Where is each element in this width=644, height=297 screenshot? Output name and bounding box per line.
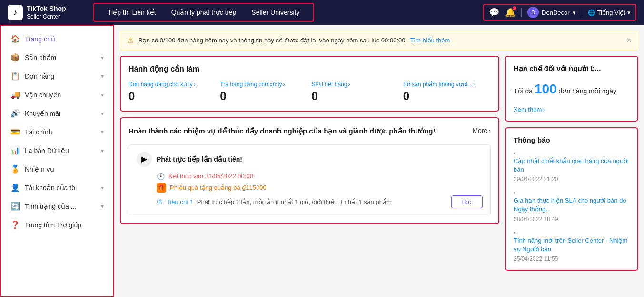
chevron-down-icon: ▾ bbox=[101, 110, 104, 117]
notification-item-2: • Gia hạn thực hiện SLA cho người bán do… bbox=[514, 189, 630, 222]
top-navigation: ♪ TikTok Shop Seller Center Tiếp thị Liê… bbox=[0, 0, 644, 25]
logo-text: TikTok Shop Seller Center bbox=[27, 4, 66, 20]
notification-date-1: 29/04/2022 21:20 bbox=[514, 176, 558, 183]
stat-returns: Trả hàng đang chờ xử lý › 0 bbox=[220, 81, 307, 103]
sidebar-item-account[interactable]: 👤 Tài khoản của tôi ▾ bbox=[1, 178, 113, 197]
stat-value-products: 0 bbox=[403, 90, 491, 103]
home-icon: 🏠 bbox=[10, 34, 20, 43]
chevron-down-icon: ▾ bbox=[101, 54, 104, 61]
bullet-icon: • bbox=[514, 189, 516, 196]
stat-label-pending[interactable]: Đơn hàng đang chờ xử lý › bbox=[129, 81, 216, 88]
notification-item-3: • Tính năng mới trên Seller Center - Nhi… bbox=[514, 229, 630, 262]
criteria-row: ② Tiêu chí 1 Phát trực tiếp 1 lần, mỗi l… bbox=[157, 195, 483, 208]
help-icon: ❓ bbox=[10, 220, 20, 229]
actions-title: Hành động cần làm bbox=[129, 64, 491, 73]
alert-learn-more-link[interactable]: Tìm hiểu thêm bbox=[410, 37, 450, 44]
main-content: ⚠ Bạn có 0/100 đơn hàng hôm nay và thông… bbox=[114, 25, 644, 297]
mission-item-header: ▶ Phát trực tiếp lần đầu tiên! bbox=[137, 152, 483, 167]
shipping-icon: 🚚 bbox=[10, 90, 20, 99]
finance-icon: 💳 bbox=[10, 127, 20, 136]
user-chevron-icon: ▾ bbox=[573, 9, 576, 16]
stat-value-pending: 0 bbox=[129, 90, 216, 103]
see-more-link[interactable]: Xem thêm › bbox=[514, 106, 630, 113]
sidebar-item-orders[interactable]: 📋 Đơn hàng ▾ bbox=[1, 67, 113, 85]
notifications-list: • Cập nhật chiết khấu giao hàng của ngườ… bbox=[514, 150, 630, 262]
livestream-icon: ▶ bbox=[137, 152, 152, 167]
mission-card: Hoàn thành các nhiệm vụ để thúc đẩy doan… bbox=[120, 117, 499, 224]
alert-banner: ⚠ Bạn có 0/100 đơn hàng hôm nay và thông… bbox=[120, 31, 638, 50]
lang-chevron-icon: ▾ bbox=[627, 9, 631, 16]
sidebar-item-data-dashboard[interactable]: 📊 La bàn Dữ liệu ▾ bbox=[1, 141, 113, 160]
stat-label-products[interactable]: Số sản phẩm không vượt... › bbox=[403, 81, 491, 88]
sidebar-label-help: Trung tâm Trợ giúp bbox=[25, 221, 104, 229]
sidebar-item-promotions[interactable]: 🔊 Khuyến mãi ▾ bbox=[1, 104, 113, 123]
alert-warning-icon: ⚠ bbox=[127, 36, 134, 45]
stat-value-sku: 0 bbox=[312, 90, 399, 103]
data-icon: 📊 bbox=[10, 146, 20, 155]
sidebar-item-finance[interactable]: 💳 Tài chính ▾ bbox=[1, 123, 113, 141]
sidebar-label-account: Tài khoản của tôi bbox=[25, 184, 96, 192]
reward-row: 🎁 Phiếu quà tặng quảng bá ₫115000 bbox=[157, 183, 483, 193]
chevron-down-icon: ▾ bbox=[101, 147, 104, 154]
sidebar-label-promotions: Khuyến mãi bbox=[25, 110, 96, 117]
stat-pending-orders: Đơn hàng đang chờ xử lý › 0 bbox=[129, 81, 216, 103]
notification-link-2[interactable]: Gia hạn thực hiện SLA cho người bán do N… bbox=[514, 196, 630, 214]
chevron-down-icon: ▾ bbox=[101, 92, 104, 98]
sidebar-label-orders: Đơn hàng bbox=[25, 72, 96, 80]
nav-seller-university[interactable]: Seller University bbox=[244, 6, 307, 19]
more-link[interactable]: More › bbox=[472, 127, 491, 134]
sidebar-item-help[interactable]: ❓ Trung tâm Trợ giúp bbox=[1, 215, 113, 234]
nav-divider-1 bbox=[521, 8, 522, 17]
notification-badge bbox=[513, 6, 516, 10]
main-layout: 🏠 Trang chủ 📦 Sản phẩm ▾ 📋 Đơn hàng ▾ 🚚 … bbox=[0, 25, 644, 297]
chevron-down-icon: ▾ bbox=[101, 73, 104, 80]
right-column: Hạn chế đối với người b... Tối đa 100 đơ… bbox=[505, 56, 638, 271]
notification-link-3[interactable]: Tính năng mới trên Seller Center - Nhiệm… bbox=[514, 236, 630, 254]
language-button[interactable]: 🌐 Tiếng Việt ▾ bbox=[588, 9, 631, 16]
limit-card: Hạn chế đối với người b... Tối đa 100 đơ… bbox=[505, 56, 638, 122]
user-avatar: D bbox=[527, 7, 539, 18]
nav-menu: Tiếp thị Liên kết Quản lý phát trực tiếp… bbox=[93, 3, 314, 22]
sidebar-item-status[interactable]: 🔄 Tình trạng của ... ▾ bbox=[1, 197, 113, 215]
notifications-title: Thông báo bbox=[514, 136, 630, 144]
reward-text: Phiếu quà tặng quảng bá ₫115000 bbox=[170, 184, 267, 191]
nav-divider-2 bbox=[582, 8, 582, 17]
learn-button[interactable]: Học bbox=[451, 195, 483, 208]
chevron-right-icon: › bbox=[473, 81, 475, 88]
limit-number: 100 bbox=[535, 82, 557, 96]
notification-date-3: 25/04/2022 11:55 bbox=[514, 256, 558, 262]
promotions-icon: 🔊 bbox=[10, 109, 20, 118]
nav-affiliate-marketing[interactable]: Tiếp thị Liên kết bbox=[100, 6, 164, 19]
globe-icon: 🌐 bbox=[588, 9, 595, 16]
action-stats-grid: Đơn hàng đang chờ xử lý › 0 Trả hàng đan… bbox=[129, 81, 491, 103]
tiktok-logo-icon: ♪ bbox=[8, 5, 23, 20]
sidebar-item-home[interactable]: 🏠 Trang chủ bbox=[1, 30, 113, 48]
mission-header: Hoàn thành các nhiệm vụ để thúc đẩy doan… bbox=[129, 126, 491, 137]
notification-button[interactable]: 🔔 bbox=[505, 7, 515, 18]
stat-label-sku[interactable]: SKU hết hàng › bbox=[312, 81, 399, 88]
nav-live-management[interactable]: Quản lý phát trực tiếp bbox=[164, 6, 244, 19]
sidebar-item-missions[interactable]: 🏅 Nhiệm vụ bbox=[1, 160, 113, 178]
missions-icon: 🏅 bbox=[10, 164, 20, 174]
chevron-down-icon: ▾ bbox=[101, 129, 104, 135]
notification-link-1[interactable]: Cập nhật chiết khấu giao hàng của người … bbox=[514, 157, 630, 174]
products-icon: 📦 bbox=[10, 53, 20, 62]
sidebar-label-status: Tình trạng của ... bbox=[25, 203, 96, 210]
sidebar-item-shipping[interactable]: 🚚 Vận chuyển ▾ bbox=[1, 85, 113, 104]
limit-description: Tối đa 100 đơn hàng mỗi ngày bbox=[514, 79, 630, 100]
alert-close-button[interactable]: × bbox=[627, 36, 631, 45]
chevron-right-icon: › bbox=[194, 81, 196, 88]
chevron-right-icon: › bbox=[488, 127, 491, 134]
user-menu-button[interactable]: D DenDecor ▾ bbox=[527, 7, 576, 18]
lang-label: Tiếng Việt bbox=[597, 9, 625, 16]
orders-icon: 📋 bbox=[10, 72, 20, 81]
actions-card: Hành động cần làm Đơn hàng đang chờ xử l… bbox=[120, 56, 499, 112]
logo-area: ♪ TikTok Shop Seller Center bbox=[8, 4, 84, 20]
user-name: DenDecor bbox=[542, 9, 570, 16]
alert-text: Bạn có 0/100 đơn hàng hôm nay và thông t… bbox=[139, 37, 405, 44]
deadline-text: Kết thúc vào 31/05/2022 00:00 bbox=[168, 173, 253, 180]
chat-button[interactable]: 💬 bbox=[489, 7, 499, 18]
stat-label-returns[interactable]: Trả hàng đang chờ xử lý › bbox=[220, 81, 307, 88]
status-icon: 🔄 bbox=[10, 202, 20, 211]
sidebar-item-products[interactable]: 📦 Sản phẩm ▾ bbox=[1, 48, 113, 67]
